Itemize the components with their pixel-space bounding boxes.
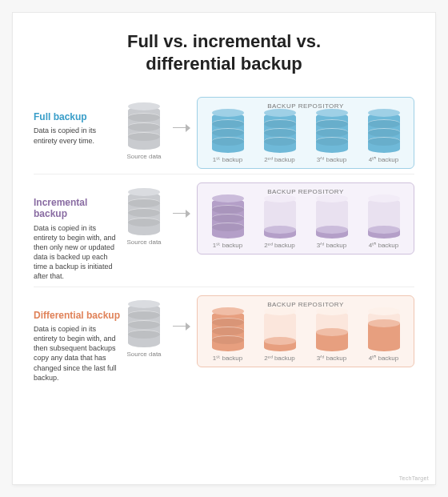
row-full-backup: Full backup Data is copied in its entire… — [34, 89, 414, 174]
backup-cylinder-icon — [316, 198, 348, 238]
backup-cylinder-icon — [316, 311, 348, 351]
backup-label: 1ˢᵗ backup — [213, 355, 242, 362]
title-line-2: differential backup — [146, 54, 302, 74]
repo-label: BACKUP REPOSITORY — [204, 301, 407, 308]
backup-cylinder-icon — [316, 113, 348, 153]
source-cylinder-icon — [128, 304, 160, 347]
title-line-1: Full vs. incremental vs. — [127, 31, 321, 51]
incremental-description: Incremental backup Data is copied in its… — [34, 182, 122, 282]
diagram-card: Full vs. incremental vs. differential ba… — [13, 13, 435, 484]
source-label: Source data — [126, 351, 161, 358]
backup-label: 3ʳᵈ backup — [317, 242, 346, 249]
backup-label: 3ʳᵈ backup — [317, 156, 346, 163]
row-incremental-backup: Incremental backup Data is copied in its… — [34, 174, 414, 287]
credit-right: TechTarget — [399, 475, 429, 481]
full-repo-box: BACKUP REPOSITORY 1ˢᵗ backup 2ⁿᵈ backup … — [197, 97, 414, 169]
backup-label: 3ʳᵈ backup — [317, 355, 346, 362]
source-label: Source data — [126, 238, 161, 246]
backup-label: 1ˢᵗ backup — [213, 156, 242, 163]
backup-cylinder-icon — [368, 198, 400, 238]
arrow-icon — [173, 323, 190, 331]
backup-cylinder-icon — [212, 198, 244, 238]
backup-label: 2ⁿᵈ backup — [264, 355, 294, 362]
differential-repo-box: BACKUP REPOSITORY 1ˢᵗ backup 2ⁿᵈ backup … — [197, 295, 414, 367]
backup-label: 4ᵗʰ backup — [369, 242, 398, 249]
differential-heading: Differential backup — [34, 310, 122, 321]
backup-cylinder-icon — [368, 311, 400, 351]
source-label: Source data — [126, 153, 161, 160]
backup-cylinder-icon — [212, 113, 244, 153]
source-cylinder-icon — [128, 192, 160, 235]
backup-cylinder-icon — [264, 198, 296, 238]
full-heading: Full backup — [34, 111, 122, 122]
backup-label: 2ⁿᵈ backup — [264, 242, 294, 249]
diagram-title: Full vs. incremental vs. differential ba… — [34, 30, 414, 74]
backup-cylinder-icon — [368, 113, 400, 153]
backup-cylinder-icon — [264, 113, 296, 153]
backup-label: 1ˢᵗ backup — [213, 242, 242, 249]
backup-label: 4ᵗʰ backup — [369, 355, 398, 362]
incremental-text: Data is copied in its entirety to begin … — [34, 223, 122, 282]
differential-description: Differential backup Data is copied in it… — [34, 295, 122, 383]
backup-cylinder-icon — [212, 311, 244, 351]
backup-cylinder-icon — [264, 311, 296, 351]
backup-label: 4ᵗʰ backup — [369, 156, 398, 163]
arrow-icon — [173, 210, 190, 218]
source-cylinder-icon — [128, 106, 160, 150]
full-text: Data is copied in its entirety every tim… — [34, 126, 122, 145]
incremental-heading: Incremental backup — [34, 197, 122, 220]
differential-text: Data is copied in its entirety to begin … — [34, 324, 122, 383]
full-description: Full backup Data is copied in its entire… — [34, 97, 122, 146]
row-differential-backup: Differential backup Data is copied in it… — [34, 287, 414, 387]
incremental-repo-box: BACKUP REPOSITORY 1ˢᵗ backup 2ⁿᵈ backup … — [197, 182, 414, 255]
arrow-icon — [173, 124, 190, 132]
backup-label: 2ⁿᵈ backup — [264, 156, 294, 163]
